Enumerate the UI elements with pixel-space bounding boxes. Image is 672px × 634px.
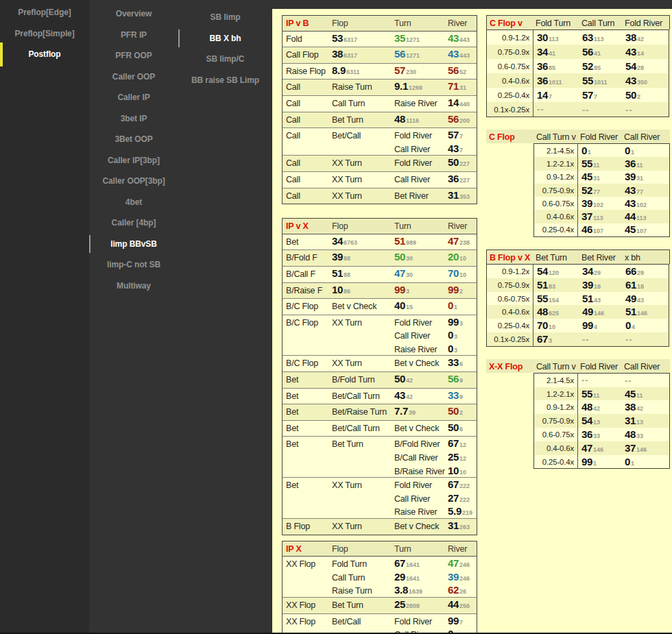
stat-value[interactable]: 339 — [448, 389, 463, 401]
nav-item-3bet-ip[interactable]: 3bet IP — [89, 108, 178, 130]
stat-value[interactable]: 43443 — [448, 48, 470, 60]
stat-value[interactable]: 5428 — [625, 60, 644, 72]
stat-value[interactable]: 2010 — [448, 251, 466, 263]
stat-value[interactable]: 7.739 — [394, 405, 416, 417]
stat-value[interactable]: 47146 — [581, 442, 603, 454]
stat-value[interactable]: 992 — [448, 284, 463, 295]
stat-value[interactable]: 5188 — [332, 267, 350, 279]
stat-value[interactable]: 37113 — [581, 210, 603, 223]
stat-value[interactable]: 01 — [581, 145, 591, 157]
stat-value[interactable]: 252808 — [394, 598, 420, 610]
stat-value[interactable]: 51989 — [394, 235, 416, 247]
stat-value[interactable]: 6226 — [448, 584, 466, 596]
stat-value[interactable]: 291641 — [394, 571, 420, 583]
stat-value[interactable]: 36227 — [448, 173, 470, 184]
nav-item-pfr-oop[interactable]: PFR OOP — [89, 45, 178, 66]
stat-value[interactable]: 561271 — [394, 48, 420, 60]
stat-value[interactable]: 502 — [625, 89, 640, 101]
stat-value[interactable]: 671641 — [394, 557, 420, 569]
nav-item-caller-oop[interactable]: Caller OOP — [89, 66, 178, 88]
stat-value[interactable]: 01 — [625, 456, 634, 467]
stat-value[interactable]: 351271 — [394, 32, 420, 44]
stat-value[interactable]: 5652 — [448, 64, 466, 76]
nav-item-pfr-ip[interactable]: PFR IP — [89, 25, 178, 46]
stat-value[interactable]: 437 — [448, 143, 463, 154]
nav-item-3bet-oop[interactable]: 3Bet OOP — [89, 129, 178, 150]
stat-value[interactable]: 4342 — [394, 389, 413, 401]
stat-value[interactable]: 551011 — [582, 75, 608, 86]
stat-value[interactable]: 6118 — [625, 279, 644, 291]
nav-item-postflop[interactable]: Postflop — [0, 44, 89, 65]
stat-value[interactable]: 4314 — [625, 46, 644, 58]
nav-item-limp-c-not-sb[interactable]: limp-C not SB — [89, 254, 178, 276]
stat-value[interactable]: 30113 — [537, 32, 559, 44]
stat-value[interactable]: 336 — [448, 356, 463, 368]
stat-value[interactable]: 502 — [448, 405, 463, 417]
stat-value[interactable]: 46107 — [581, 223, 603, 236]
stat-value[interactable]: 5143 — [582, 293, 601, 304]
stat-value[interactable]: 577 — [582, 89, 597, 101]
stat-value[interactable]: 5285 — [582, 60, 601, 72]
stat-value[interactable]: 49146 — [582, 306, 604, 317]
stat-value[interactable]: 31353 — [448, 189, 470, 201]
stat-value[interactable]: 5413 — [581, 415, 600, 427]
stat-value[interactable]: 5183 — [537, 279, 555, 291]
stat-value[interactable]: 5030 — [394, 251, 413, 263]
stat-value[interactable]: 9.11269 — [394, 80, 422, 92]
stat-value[interactable]: 506 — [448, 422, 463, 433]
nav-item-4bet[interactable]: 4bet — [89, 192, 178, 213]
stat-value[interactable]: 3441 — [537, 46, 555, 58]
nav-item-preflop-edge[interactable]: Preflop[Edge] — [0, 2, 89, 23]
stat-value[interactable]: 4015 — [394, 300, 413, 311]
stat-value[interactable]: 577 — [448, 129, 463, 141]
stat-value[interactable]: 27222 — [448, 492, 470, 504]
stat-value[interactable]: 1010 — [448, 465, 466, 476]
stat-value[interactable]: 3931 — [625, 171, 643, 182]
stat-value[interactable]: 4943 — [625, 293, 644, 304]
stat-value[interactable]: 56200 — [448, 113, 470, 125]
stat-value[interactable]: 3611 — [625, 158, 643, 169]
stat-value[interactable]: 03 — [448, 343, 457, 354]
stat-value[interactable]: 5.9219 — [448, 505, 472, 517]
stat-value[interactable]: 536317 — [332, 32, 357, 44]
nav-item-preflop-simple[interactable]: Preflop[Simple] — [0, 23, 89, 45]
stat-value[interactable]: 57230 — [394, 64, 416, 76]
stat-value[interactable]: 7010 — [537, 319, 555, 332]
stat-value[interactable]: 6712 — [448, 437, 466, 449]
stat-value[interactable]: 346763 — [332, 235, 357, 247]
stat-value[interactable]: 5641 — [582, 46, 601, 58]
stat-value[interactable]: 45107 — [625, 223, 647, 235]
stat-value[interactable]: 55154 — [537, 293, 559, 305]
nav-item-sb-limp[interactable]: SB limp — [178, 7, 272, 28]
stat-value[interactable]: 43102 — [625, 197, 647, 209]
stat-value[interactable]: 01 — [625, 145, 634, 156]
stat-value[interactable]: 04 — [625, 319, 635, 331]
stat-value[interactable]: 07 — [448, 628, 457, 634]
nav-item-overview[interactable]: Overview — [89, 3, 178, 25]
stat-value[interactable]: 03 — [448, 329, 457, 341]
stat-value[interactable]: 993 — [448, 316, 463, 328]
stat-value[interactable]: 481116 — [394, 113, 419, 125]
nav-item-limp-bbvsb[interactable]: limp BBvSB — [89, 234, 178, 255]
stat-value[interactable]: 993 — [394, 284, 409, 295]
stat-value[interactable]: 44256 — [448, 598, 470, 610]
nav-item-caller-oop-3bp[interactable]: Caller OOP[3bp] — [89, 171, 178, 192]
stat-value[interactable]: 3113 — [625, 415, 643, 426]
stat-value[interactable]: 43443 — [448, 32, 470, 44]
stat-value[interactable]: 1086 — [332, 284, 350, 295]
nav-item-bb-x-bh[interactable]: BB X bh — [178, 28, 272, 49]
stat-value[interactable]: 14440 — [448, 97, 470, 108]
stat-value[interactable]: 47246 — [448, 557, 470, 569]
stat-value[interactable]: 48625 — [537, 306, 559, 318]
stat-value[interactable]: 43350 — [625, 75, 647, 86]
stat-value[interactable]: 3988 — [332, 251, 350, 263]
stat-value[interactable]: 3842 — [625, 401, 643, 413]
stat-value[interactable]: 47238 — [448, 235, 470, 247]
stat-value[interactable]: 4730 — [394, 267, 413, 279]
stat-value[interactable]: 4377 — [625, 184, 643, 196]
stat-value[interactable]: 31263 — [448, 520, 470, 531]
stat-value[interactable]: 5511 — [581, 158, 600, 170]
stat-value[interactable]: 2512 — [448, 451, 466, 463]
stat-value[interactable]: 5511 — [581, 388, 600, 400]
stat-value[interactable]: 3842 — [625, 32, 644, 43]
